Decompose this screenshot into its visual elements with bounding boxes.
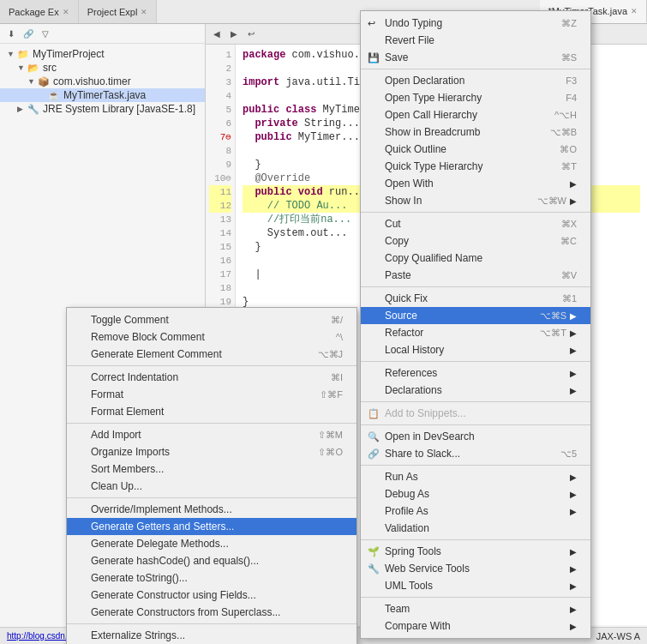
tree-arrow-src: ▼ [17, 63, 27, 72]
tab-package-explorer[interactable]: Package Ex ✕ [0, 0, 79, 23]
tree-item-src[interactable]: ▼ 📂 src [0, 61, 205, 75]
menu-item-compare-with-label: Compare With [385, 620, 566, 632]
menu-item-override-methods[interactable]: Override/Implement Methods... [67, 501, 356, 518]
menu-item-copy[interactable]: Copy ⌘C [361, 232, 590, 250]
menu-item-save-shortcut: ⌘S [561, 52, 577, 63]
menu-item-generate-element[interactable]: Generate Element Comment ⌥⌘J [67, 346, 356, 363]
menu-item-quick-type-hier[interactable]: Quick Type Hierarchy ⌘T [361, 158, 590, 175]
menu-item-refactor[interactable]: Refactor ⌥⌘T ▶ [361, 324, 590, 341]
menu-item-team[interactable]: Team ▶ [361, 600, 590, 617]
menu-item-externalize-strings[interactable]: Externalize Strings... [67, 627, 356, 644]
menu-item-share-slack[interactable]: 🔗 Share to Slack... ⌥5 [361, 445, 590, 462]
src-icon: 📂 [27, 63, 41, 74]
menu-item-cut[interactable]: Cut ⌘X [361, 215, 590, 232]
submenu-arrow-compare-with: ▶ [570, 622, 577, 631]
menu-item-uml-tools[interactable]: UML Tools ▶ [361, 577, 590, 594]
menu-item-open-devSearch[interactable]: 🔍 Open in DevSearch [361, 428, 590, 445]
menu-item-profile-as-label: Profile As [385, 505, 566, 517]
menu-item-show-in[interactable]: Show In ⌥⌘W ▶ [361, 192, 590, 209]
menu-item-quick-outline-label: Quick Outline [385, 143, 553, 155]
close-icon[interactable]: ✕ [63, 8, 69, 16]
menu-item-cut-label: Cut [385, 218, 554, 230]
menu-item-revert[interactable]: Revert File [361, 32, 590, 49]
menu-item-web-service-label: Web Service Tools [385, 563, 566, 575]
menu-item-copy-qualified[interactable]: Copy Qualified Name [361, 250, 590, 267]
menu-item-references[interactable]: References ▶ [361, 364, 590, 382]
menu-item-web-service[interactable]: 🔧 Web Service Tools ▶ [361, 560, 590, 577]
link-editor-button[interactable]: 🔗 [21, 26, 36, 41]
project-icon: 📁 [17, 49, 31, 60]
menu-item-format-label: Format [91, 388, 313, 400]
tree-item-jre[interactable]: ▶ 🔧 JRE System Library [JavaSE-1.8] [0, 102, 205, 116]
menu-item-generate-constructor-fields[interactable]: Generate Constructor using Fields... [67, 587, 356, 604]
menu-item-clean-up[interactable]: Clean Up... [67, 478, 356, 495]
submenu-arrow-debug-as: ▶ [570, 490, 577, 499]
menu-item-toggle-comment[interactable]: Toggle Comment ⌘/ [67, 311, 356, 328]
menu-item-open-call-hier[interactable]: Open Call Hierarchy ^⌥H [361, 106, 590, 123]
menu-item-validation[interactable]: Validation [361, 520, 590, 537]
left-separator-1 [67, 365, 356, 366]
forward-button[interactable]: ▶ [226, 27, 242, 42]
menu-item-correct-indent[interactable]: Correct Indentation ⌘I [67, 369, 356, 386]
menu-item-generate-getters[interactable]: Generate Getters and Setters... [67, 518, 356, 535]
close-icon[interactable]: ✕ [141, 8, 147, 16]
menu-item-paste[interactable]: Paste ⌘V [361, 267, 590, 284]
menu-item-add-import[interactable]: Add Import ⇧⌘M [67, 426, 356, 443]
tree-item-package[interactable]: ▼ 📦 com.vishuo.timer [0, 75, 205, 88]
menu-item-open-type-hier[interactable]: Open Type Hierarchy F4 [361, 89, 590, 106]
submenu-arrow-refactor: ▶ [570, 328, 577, 338]
separator-3 [361, 286, 590, 287]
menu-item-open-devSearch-label: Open in DevSearch [385, 430, 577, 442]
menu-item-compare-with[interactable]: Compare With ▶ [361, 617, 590, 635]
menu-item-open-decl[interactable]: Open Declaration F3 [361, 72, 590, 89]
tree-label-file: MyTimerTask.java [63, 89, 146, 101]
menu-item-generate-element-label: Generate Element Comment [91, 348, 311, 360]
menu-item-open-decl-label: Open Declaration [385, 75, 559, 87]
jaxws-label: JAX-WS A [596, 631, 640, 641]
close-icon[interactable]: ✕ [631, 7, 638, 15]
menu-item-generate-delegate-label: Generate Delegate Methods... [91, 538, 343, 550]
menu-item-paste-label: Paste [385, 269, 554, 281]
tree-label-jre: JRE System Library [JavaSE-1.8] [43, 103, 195, 115]
menu-item-copy-qualified-label: Copy Qualified Name [385, 252, 577, 264]
menu-item-quick-fix[interactable]: Quick Fix ⌘1 [361, 290, 590, 307]
left-separator-4 [67, 623, 356, 624]
menu-item-format[interactable]: Format ⇧⌘F [67, 386, 356, 403]
menu-item-local-history[interactable]: Local History ▶ [361, 341, 590, 358]
tree-item-file[interactable]: ☕ MyTimerTask.java [0, 88, 205, 102]
last-edit-button[interactable]: ↩ [243, 27, 259, 42]
menu-item-undo[interactable]: ↩ Undo Typing ⌘Z [361, 15, 590, 32]
submenu-arrow-uml-tools: ▶ [570, 581, 577, 591]
menu-item-debug-as[interactable]: Debug As ▶ [361, 485, 590, 503]
menu-item-show-breadcrumb[interactable]: Show in Breadcrumb ⌥⌘B [361, 123, 590, 141]
tree-item-project[interactable]: ▼ 📁 MyTimerProject [0, 47, 205, 61]
right-context-menu: ↩ Undo Typing ⌘Z Revert File 💾 Save ⌘S O… [360, 10, 591, 639]
menu-item-sort-members[interactable]: Sort Members... [67, 460, 356, 478]
menu-item-debug-as-label: Debug As [385, 488, 566, 500]
menu-item-generate-constructors-superclass[interactable]: Generate Constructors from Superclass... [67, 604, 356, 621]
menu-item-source[interactable]: Source ⌥⌘S ▶ [361, 307, 590, 324]
menu-item-save[interactable]: 💾 Save ⌘S [361, 49, 590, 66]
menu-item-generate-tostring[interactable]: Generate toString()... [67, 569, 356, 587]
tree-arrow-project: ▼ [7, 50, 17, 58]
menu-item-generate-delegate[interactable]: Generate Delegate Methods... [67, 535, 356, 552]
menu-item-open-with[interactable]: Open With ▶ [361, 175, 590, 192]
back-button[interactable]: ◀ [209, 27, 225, 42]
menu-item-spring-tools[interactable]: 🌱 Spring Tools ▶ [361, 543, 590, 560]
menu-item-run-as[interactable]: Run As ▶ [361, 468, 590, 485]
undo-icon: ↩ [368, 18, 381, 29]
menu-item-open-type-hier-label: Open Type Hierarchy [385, 92, 559, 104]
menu-item-declarations[interactable]: Declarations ▶ [361, 382, 590, 399]
menu-item-generate-hashcode[interactable]: Generate hashCode() and equals()... [67, 552, 356, 569]
menu-item-quick-outline[interactable]: Quick Outline ⌘O [361, 141, 590, 158]
menu-item-organize-imports[interactable]: Organize Imports ⇧⌘O [67, 443, 356, 460]
menu-item-externalize-strings-label: Externalize Strings... [91, 629, 343, 641]
view-menu-button[interactable]: ▽ [38, 26, 53, 41]
menu-item-local-history-label: Local History [385, 344, 566, 356]
menu-item-remove-block[interactable]: Remove Block Comment ^\ [67, 328, 356, 346]
menu-item-profile-as[interactable]: Profile As ▶ [361, 503, 590, 520]
menu-item-sort-members-label: Sort Members... [91, 463, 343, 475]
tab-project-explorer[interactable]: Project Expl ✕ [79, 0, 158, 23]
collapse-all-button[interactable]: ⬇ [3, 26, 19, 41]
menu-item-format-element[interactable]: Format Element [67, 403, 356, 420]
